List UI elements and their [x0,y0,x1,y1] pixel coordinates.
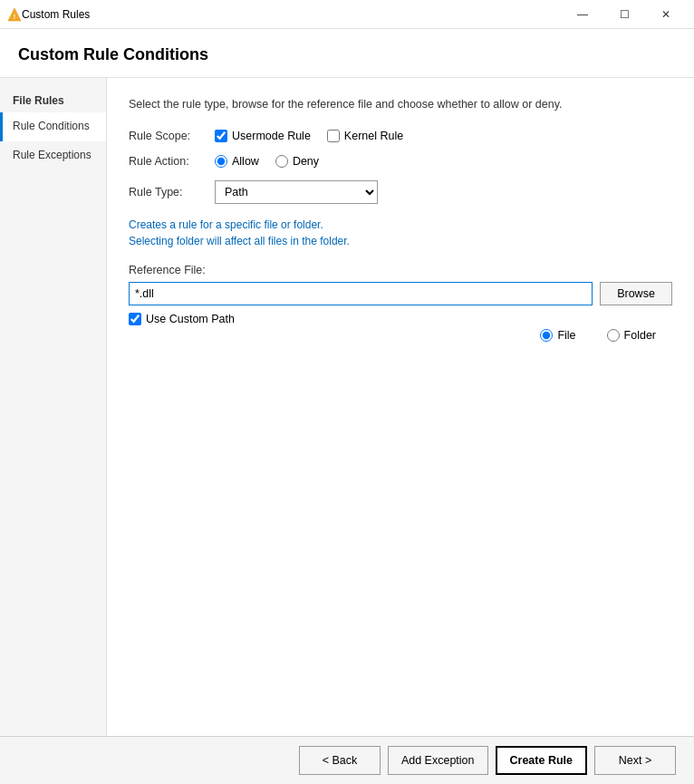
body-layout: File Rules Rule Conditions Rule Exceptio… [0,78,694,736]
hint-text: Creates a rule for a specific file or fo… [129,217,672,249]
use-custom-path-checkbox[interactable] [129,313,141,325]
reference-file-input[interactable] [129,282,593,305]
rule-type-label: Rule Type: [129,186,215,198]
rule-type-row: Rule Type: Path Hash Publisher [129,180,672,204]
title-bar-controls: — ☐ ✕ [562,0,687,29]
use-custom-path-label: Use Custom Path [146,313,235,325]
add-exception-button[interactable]: Add Exception [388,746,488,775]
deny-label: Deny [293,155,319,168]
sidebar-item-rule-conditions[interactable]: Rule Conditions [0,112,106,141]
back-button[interactable]: < Back [299,746,381,775]
kernel-rule-label: Kernel Rule [344,130,403,142]
file-label: File [557,329,575,342]
rule-scope-row: Rule Scope: Usermode Rule Kernel Rule [129,130,672,142]
deny-radio[interactable] [275,155,288,168]
sidebar-section-title: File Rules [0,85,106,112]
description-text: Select the rule type, browse for the ref… [129,96,672,113]
page-title-bar: Custom Rule Conditions [0,29,694,78]
hint-line1: Creates a rule for a specific file or fo… [129,217,672,233]
reference-file-row: Browse [129,282,672,305]
allow-label: Allow [232,155,259,168]
svg-text:!: ! [14,14,15,20]
allow-radio[interactable] [215,155,227,168]
rule-scope-label: Rule Scope: [129,130,215,142]
sidebar-item-rule-exceptions[interactable]: Rule Exceptions [0,141,106,170]
folder-radio-label[interactable]: Folder [607,329,656,342]
kernel-rule-checkbox-label[interactable]: Kernel Rule [327,130,403,142]
footer: < Back Add Exception Create Rule Next > [0,736,694,784]
sidebar: File Rules Rule Conditions Rule Exceptio… [0,78,107,736]
file-radio[interactable] [540,329,553,342]
folder-radio[interactable] [607,329,620,342]
browse-button[interactable]: Browse [600,282,672,305]
allow-radio-label[interactable]: Allow [215,155,259,168]
usermode-rule-label: Usermode Rule [232,130,311,142]
file-radio-label[interactable]: File [540,329,575,342]
maximize-button[interactable]: ☐ [603,0,645,29]
usermode-rule-checkbox[interactable] [215,130,227,142]
folder-label: Folder [624,329,656,342]
usermode-rule-checkbox-label[interactable]: Usermode Rule [215,130,311,142]
rule-action-row: Rule Action: Allow Deny [129,155,672,168]
custom-path-row: Use Custom Path [129,313,672,325]
create-rule-button[interactable]: Create Rule [496,746,587,775]
rule-action-label: Rule Action: [129,155,215,168]
window-content: Custom Rule Conditions File Rules Rule C… [0,29,694,784]
title-bar-text: Custom Rules [22,8,562,21]
minimize-button[interactable]: — [562,0,603,29]
kernel-rule-checkbox[interactable] [327,130,340,142]
hint-line2: Selecting folder will affect all files i… [129,233,672,249]
close-button[interactable]: ✕ [645,0,687,29]
use-custom-path-checkbox-label[interactable]: Use Custom Path [129,313,235,325]
app-icon: ! [7,7,22,22]
page-title: Custom Rule Conditions [18,45,676,64]
next-button[interactable]: Next > [594,746,676,775]
file-folder-row: File Folder [129,329,672,342]
rule-type-select[interactable]: Path Hash Publisher [215,180,378,204]
deny-radio-label[interactable]: Deny [275,155,319,168]
reference-file-label: Reference File: [129,264,672,276]
title-bar: ! Custom Rules — ☐ ✕ [0,0,694,29]
main-content: Select the rule type, browse for the ref… [107,78,694,736]
